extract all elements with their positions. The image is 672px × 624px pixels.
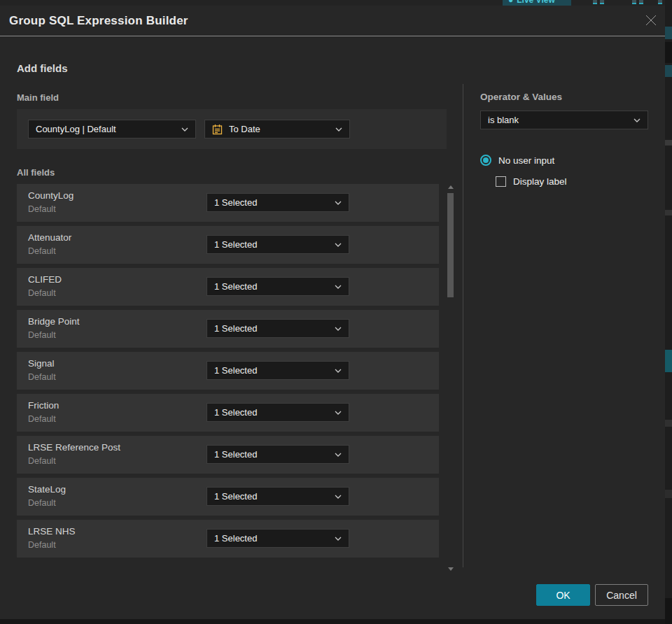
field-selection-dropdown[interactable]: 1 Selected: [206, 445, 349, 464]
main-field-type-dropdown[interactable]: To Date: [204, 120, 350, 139]
chevron-down-icon: [335, 537, 342, 541]
field-row: LRSE Reference Post Default 1 Selected: [17, 436, 439, 474]
operator-dropdown[interactable]: is blank: [480, 111, 648, 129]
live-view-label: Live View: [517, 0, 554, 5]
chevron-down-icon: [335, 369, 342, 373]
field-row: Attenuator Default 1 Selected: [17, 226, 439, 264]
all-fields-label: All fields: [17, 167, 55, 178]
background-app-edge: [665, 0, 672, 624]
calendar-icon: [212, 124, 223, 135]
ok-button[interactable]: OK: [536, 584, 590, 606]
dropdown-value: 1 Selected: [214, 239, 330, 250]
chevron-down-icon: [335, 201, 342, 205]
close-button[interactable]: [643, 13, 659, 29]
scrollbar[interactable]: [446, 184, 456, 572]
chevron-down-icon: [335, 411, 342, 415]
background-app-top-strip: ●Live View: [0, 0, 672, 6]
dropdown-value: 1 Selected: [214, 281, 330, 292]
dialog-title: Group SQL Expression Builder: [9, 14, 188, 28]
background-fragment: [665, 350, 672, 372]
background-fragment: [665, 140, 672, 146]
chevron-down-icon: [335, 243, 342, 247]
dropdown-value: 1 Selected: [214, 365, 330, 376]
dropdown-value: CountyLog | Default: [36, 124, 177, 134]
close-icon: [645, 14, 657, 29]
dropdown-value: 1 Selected: [214, 407, 330, 418]
field-selection-dropdown[interactable]: 1 Selected: [206, 361, 349, 380]
field-row: LRSE NHS Default 1 Selected: [17, 520, 439, 558]
group-sql-expression-builder-dialog: Group SQL Expression Builder Add fields …: [0, 6, 665, 619]
chevron-down-icon: [335, 127, 342, 132]
live-view-button: ●Live View: [503, 0, 571, 6]
live-dot-icon: ●: [508, 0, 513, 5]
field-selection-dropdown[interactable]: 1 Selected: [206, 319, 349, 338]
dropdown-value: is blank: [488, 115, 629, 125]
no-user-input-radio[interactable]: No user input: [480, 155, 554, 166]
field-row: StateLog Default 1 Selected: [17, 478, 439, 516]
dropdown-value: 1 Selected: [214, 197, 330, 208]
cancel-button[interactable]: Cancel: [595, 584, 648, 606]
field-row: Bridge Point Default 1 Selected: [17, 310, 439, 348]
chevron-down-icon: [335, 453, 342, 457]
display-label-checkbox-row[interactable]: Display label: [496, 176, 567, 187]
add-fields-heading: Add fields: [17, 62, 68, 74]
field-selection-dropdown[interactable]: 1 Selected: [206, 277, 349, 296]
field-row: Signal Default 1 Selected: [17, 352, 439, 390]
field-selection-dropdown[interactable]: 1 Selected: [206, 235, 349, 254]
background-fragment: [665, 210, 672, 215]
field-selection-dropdown[interactable]: 1 Selected: [206, 529, 349, 548]
background-fragment: [665, 42, 672, 63]
field-selection-dropdown[interactable]: 1 Selected: [206, 403, 349, 422]
scroll-down-arrow-icon[interactable]: [448, 567, 454, 571]
chevron-down-icon: [335, 327, 342, 331]
background-fragment: [665, 27, 672, 39]
radio-selected-icon[interactable]: [480, 155, 491, 166]
dropdown-value: 1 Selected: [214, 449, 330, 460]
field-selection-dropdown[interactable]: 1 Selected: [206, 193, 349, 212]
panel-divider: [463, 84, 463, 567]
all-fields-list: CountyLog Default 1 Selected Attenuator …: [17, 184, 439, 562]
chevron-down-icon: [335, 495, 342, 499]
background-toolbar-icon: [632, 0, 643, 6]
background-fragment: [665, 598, 672, 624]
dropdown-value: 1 Selected: [214, 323, 330, 334]
radio-label: No user input: [498, 155, 554, 166]
checkbox-unchecked-icon[interactable]: [496, 176, 506, 187]
field-row: Friction Default 1 Selected: [17, 394, 439, 432]
field-row: CountyLog Default 1 Selected: [17, 184, 439, 222]
field-selection-dropdown[interactable]: 1 Selected: [206, 487, 349, 506]
main-field-source-dropdown[interactable]: CountyLog | Default: [28, 120, 196, 139]
main-field-panel: CountyLog | Default To Date: [17, 109, 447, 149]
dropdown-value: 1 Selected: [214, 491, 330, 502]
field-row: CLIFED Default 1 Selected: [17, 268, 439, 306]
operator-values-heading: Operator & Values: [480, 92, 562, 102]
dropdown-value: To Date: [229, 124, 331, 134]
background-toolbar-icon: [593, 0, 604, 6]
chevron-down-icon: [335, 285, 342, 289]
background-fragment: [665, 490, 672, 498]
main-field-label: Main field: [17, 92, 59, 103]
dialog-header: Group SQL Expression Builder: [0, 6, 665, 36]
checkbox-label: Display label: [513, 176, 567, 187]
dropdown-value: 1 Selected: [214, 533, 330, 544]
scroll-up-arrow-icon[interactable]: [448, 185, 454, 189]
scrollbar-thumb[interactable]: [447, 193, 454, 297]
background-toolbar-icon: [658, 0, 662, 6]
chevron-down-icon: [634, 118, 640, 122]
background-fragment: [665, 420, 672, 427]
background-fragment: [665, 65, 672, 77]
chevron-down-icon: [181, 127, 188, 132]
